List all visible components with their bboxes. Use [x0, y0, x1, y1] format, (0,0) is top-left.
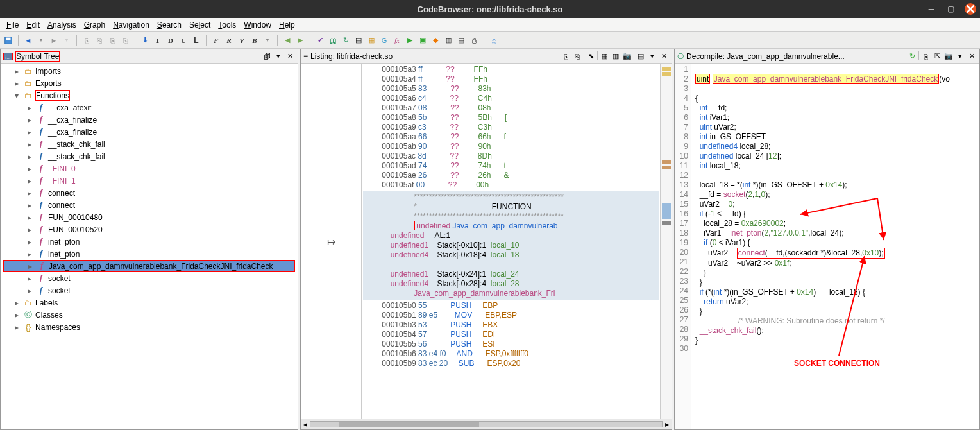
datatype-i-button[interactable]: I — [152, 35, 164, 46]
function-node[interactable]: ▸fsocket — [3, 284, 295, 297]
console-icon[interactable]: ▤ — [353, 35, 364, 46]
folder-namespaces[interactable]: ▸{}Namespaces — [3, 321, 295, 333]
menu-file[interactable]: File — [3, 19, 22, 31]
gutter-arrow-icon[interactable]: ↦ — [327, 236, 335, 248]
down-arrow-icon[interactable]: ⬇ — [139, 35, 151, 46]
function-node[interactable]: ▸f__stack_chk_fail — [3, 138, 295, 150]
listing-code[interactable]: 000105a3 ff ?? FFh 000105a4 ff ?? FFh 00… — [362, 64, 660, 419]
decompile-menu-icon[interactable]: ▾ — [955, 51, 965, 62]
function-node[interactable]: ▸f_FINI_0 — [3, 162, 295, 175]
check-icon[interactable]: ✔ — [314, 35, 326, 46]
datatype-v-button[interactable]: V — [236, 35, 248, 46]
menu-graph[interactable]: Graph — [80, 19, 109, 31]
marker[interactable] — [662, 221, 671, 225]
datatype-dropdown-icon[interactable]: ▼ — [262, 35, 273, 46]
listing-row[interactable]: 000105ab 90 ?? 90h — [367, 142, 655, 151]
listing-paste-icon[interactable]: ⎗ — [572, 51, 582, 62]
listing-fields-icon[interactable]: ▦ — [599, 51, 609, 62]
symbol-tree-body[interactable]: ▸🗀Imports▸🗀Exports ▾🗀Functions ▸f__cxa_a… — [1, 64, 298, 429]
forward-dropdown-icon[interactable]: ▼ — [61, 35, 72, 46]
menu-window[interactable]: Window — [240, 19, 275, 31]
listing-row[interactable]: 000105ae 26 ?? 26h & — [367, 171, 655, 180]
save-icon[interactable] — [3, 35, 14, 46]
paste3-icon[interactable]: ⎘ — [119, 35, 131, 46]
datatype-l-button[interactable]: L — [190, 35, 202, 46]
function-node[interactable]: ▸f__cxa_finalize — [3, 126, 295, 138]
menu-tools[interactable]: Tools — [214, 19, 240, 31]
listing-row[interactable]: 000105a9 c3 ?? C3h — [367, 123, 655, 132]
marker[interactable] — [662, 67, 671, 71]
back-dropdown-icon[interactable]: ▼ — [35, 35, 47, 46]
datatype-f-button[interactable]: F — [210, 35, 222, 46]
listing-row[interactable]: 000105b6 83 e4 f0 AND ESP,0xfffffff0 — [367, 349, 655, 359]
listing-row[interactable]: 000105b4 57 PUSH EDI — [367, 330, 655, 340]
folder-exports[interactable]: ▸🗀Exports — [3, 77, 295, 89]
listing-hl-icon[interactable]: ▤ — [636, 51, 646, 62]
panel-snapshot-icon[interactable]: 🗐 — [262, 51, 272, 62]
listing-copy-icon[interactable]: ⎘ — [561, 51, 571, 62]
marker-current[interactable] — [662, 203, 671, 219]
close-button[interactable] — [965, 3, 976, 15]
back-icon[interactable]: ◄ — [22, 35, 34, 46]
listing-row[interactable]: 000105a7 08 ?? 08h — [367, 103, 655, 113]
function-node[interactable]: ▸fJava_com_app_damnvulnerablebank_FridaC… — [3, 260, 295, 272]
bookmark-icon[interactable]: 🕮 — [327, 35, 339, 46]
function-node[interactable]: ▸fconnect — [3, 199, 295, 211]
folder-imports[interactable]: ▸🗀Imports — [3, 65, 295, 77]
listing-snapshot-icon[interactable]: 📷 — [622, 51, 632, 62]
folder-classes[interactable]: ▸ⒸClasses — [3, 309, 295, 321]
tool1-icon[interactable]: ▥ — [443, 35, 454, 46]
memory-icon[interactable]: ▦ — [366, 35, 377, 46]
fn-icon[interactable]: fx — [391, 35, 403, 46]
datatype-u-button[interactable]: U — [178, 35, 189, 46]
stop-icon[interactable]: ◆ — [430, 35, 441, 46]
function-node[interactable]: ▸fFUN_00010480 — [3, 211, 295, 223]
listing-row[interactable]: 000105a5 83 ?? 83h — [367, 84, 655, 94]
decompile-source[interactable]: uint Java_com_app_damnvulnerablebank_Fri… — [691, 64, 979, 429]
function-node[interactable]: ▸fFUN_00010520 — [3, 223, 295, 236]
listing-row[interactable]: 000105a3 ff ?? FFh — [367, 65, 655, 74]
listing-row[interactable]: 000105b0 55 PUSH EBP — [367, 301, 655, 311]
menu-analysis[interactable]: Analysis — [44, 19, 80, 31]
listing-gutter[interactable]: ↦ — [301, 64, 362, 419]
listing-row[interactable]: 000105b9 83 ec 20 SUB ESP,0x20 — [367, 359, 655, 368]
listing-row[interactable]: 000105a8 5b ?? 5Bh [ — [367, 113, 655, 123]
marker[interactable] — [662, 72, 671, 76]
function-node[interactable]: ▸f__cxa_atexit — [3, 101, 295, 114]
graph-icon[interactable]: G — [378, 35, 390, 46]
maximize-button[interactable]: ▢ — [945, 4, 956, 14]
decompile-close-icon[interactable]: ✕ — [967, 51, 977, 62]
next-diff-icon[interactable]: ▶ — [294, 35, 306, 46]
marker[interactable] — [662, 166, 671, 169]
listing-cursor-icon[interactable]: ⬉ — [586, 51, 596, 62]
forward-icon[interactable]: ► — [48, 35, 60, 46]
decompile-code[interactable]: 1234567891011121314151617181920212223242… — [675, 64, 979, 429]
menu-edit[interactable]: Edit — [22, 19, 44, 31]
panel-menu-icon[interactable]: ▾ — [273, 51, 283, 62]
decompile-export-icon[interactable]: ⇱ — [932, 51, 942, 62]
prev-diff-icon[interactable]: ◀ — [282, 35, 293, 46]
tool2-icon[interactable]: ▤ — [455, 35, 467, 46]
decompile-refresh-icon[interactable]: ↻ — [907, 51, 917, 62]
function-node[interactable]: ▸finet_pton — [3, 236, 295, 248]
menu-search[interactable]: Search — [153, 19, 185, 31]
decompile-snapshot-icon[interactable]: 📷 — [943, 51, 954, 62]
copy-icon[interactable]: ⎘ — [81, 35, 92, 46]
function-node[interactable]: ▸f__stack_chk_fail — [3, 150, 295, 162]
panel-close-icon[interactable]: ✕ — [285, 51, 295, 62]
listing-menu-icon[interactable]: ▾ — [647, 51, 657, 62]
function-node[interactable]: ▸f_FINI_1 — [3, 175, 295, 187]
folder-labels[interactable]: ▸🗀Labels — [3, 297, 295, 309]
datatype-b-button[interactable]: B — [249, 35, 260, 46]
menu-select[interactable]: Select — [185, 19, 214, 31]
listing-row[interactable]: 000105a4 ff ?? FFh — [367, 74, 655, 84]
listing-row[interactable]: 000105b1 89 e5 MOV EBP,ESP — [367, 311, 655, 320]
datatype-d-button[interactable]: D — [165, 35, 176, 46]
datatype-r-button[interactable]: R — [223, 35, 235, 46]
run-icon[interactable]: ▶ — [404, 35, 416, 46]
function-node[interactable]: ▸f__cxa_finalize — [3, 114, 295, 126]
listing-row[interactable]: 000105aa 66 ?? 66h f — [367, 132, 655, 142]
marker[interactable] — [662, 160, 671, 164]
menu-navigation[interactable]: Navigation — [109, 19, 153, 31]
function-node[interactable]: ▸finet_pton — [3, 248, 295, 260]
